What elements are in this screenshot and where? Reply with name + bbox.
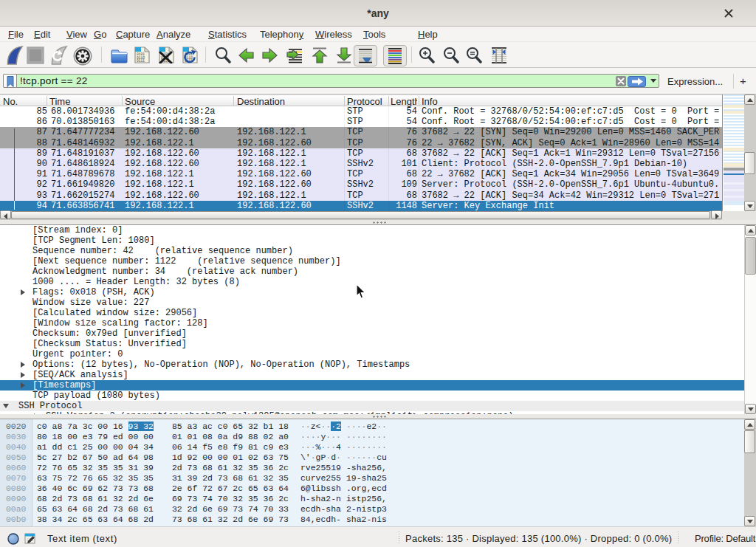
svg-text:0111: 0111 [137, 59, 145, 63]
